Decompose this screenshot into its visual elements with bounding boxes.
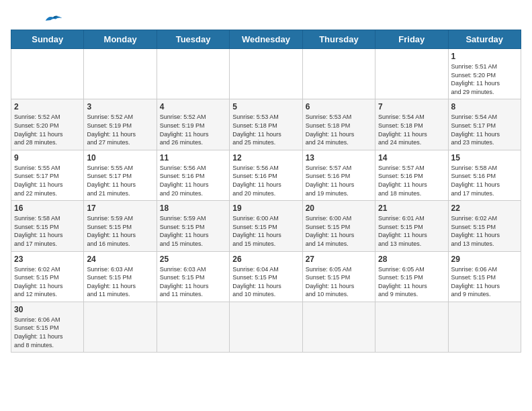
calendar-cell: 2Sunrise: 5:52 AMSunset: 5:20 PMDaylight… <box>11 99 84 150</box>
calendar-cell: 3Sunrise: 5:52 AMSunset: 5:19 PMDaylight… <box>84 99 157 150</box>
calendar-cell: 8Sunrise: 5:54 AMSunset: 5:17 PMDaylight… <box>448 99 521 150</box>
cell-info: Sunrise: 5:57 AMSunset: 5:16 PMDaylight:… <box>378 164 445 197</box>
day-number: 12 <box>232 153 299 163</box>
calendar-cell: 16Sunrise: 5:58 AMSunset: 5:15 PMDayligh… <box>11 201 84 251</box>
calendar-cell: 10Sunrise: 5:55 AMSunset: 5:17 PMDayligh… <box>84 150 157 200</box>
calendar-cell <box>448 302 521 352</box>
cell-info: Sunrise: 6:06 AMSunset: 5:15 PMDaylight:… <box>14 316 81 349</box>
cell-info: Sunrise: 5:58 AMSunset: 5:16 PMDaylight:… <box>451 164 518 197</box>
cell-info: Sunrise: 6:05 AMSunset: 5:15 PMDaylight:… <box>378 265 445 299</box>
calendar-cell: 27Sunrise: 6:05 AMSunset: 5:15 PMDayligh… <box>302 251 375 302</box>
calendar-cell: 12Sunrise: 5:56 AMSunset: 5:16 PMDayligh… <box>230 150 302 200</box>
calendar-cell: 26Sunrise: 6:04 AMSunset: 5:15 PMDayligh… <box>230 251 302 302</box>
cell-info: Sunrise: 5:56 AMSunset: 5:16 PMDaylight:… <box>160 164 226 197</box>
calendar-cell <box>157 49 229 99</box>
calendar-cell: 21Sunrise: 6:01 AMSunset: 5:15 PMDayligh… <box>375 201 448 251</box>
day-number: 22 <box>451 203 518 213</box>
day-number: 29 <box>451 255 518 264</box>
day-number: 30 <box>14 305 81 314</box>
calendar-cell <box>230 49 302 99</box>
cell-info: Sunrise: 6:00 AMSunset: 5:15 PMDaylight:… <box>306 214 372 248</box>
cell-info: Sunrise: 5:52 AMSunset: 5:20 PMDaylight:… <box>14 113 81 146</box>
day-number: 10 <box>87 153 153 163</box>
cell-info: Sunrise: 5:59 AMSunset: 5:15 PMDaylight:… <box>160 214 226 248</box>
day-number: 28 <box>378 255 445 264</box>
calendar-cell <box>84 302 157 352</box>
calendar-cell <box>375 49 448 99</box>
logo-bird-icon <box>43 12 63 24</box>
day-header-saturday: Saturday <box>448 30 521 49</box>
calendar-cell: 1Sunrise: 5:51 AMSunset: 5:20 PMDaylight… <box>448 49 521 99</box>
calendar-cell: 20Sunrise: 6:00 AMSunset: 5:15 PMDayligh… <box>302 201 375 251</box>
calendar-week-row: 23Sunrise: 6:02 AMSunset: 5:15 PMDayligh… <box>11 251 521 302</box>
calendar-cell <box>230 302 302 352</box>
day-number: 21 <box>378 203 445 213</box>
day-header-thursday: Thursday <box>302 30 375 49</box>
calendar-cell <box>375 302 448 352</box>
day-number: 15 <box>451 153 518 163</box>
day-number: 4 <box>160 102 226 111</box>
calendar-cell <box>302 302 375 352</box>
calendar-week-row: 1Sunrise: 5:51 AMSunset: 5:20 PMDaylight… <box>11 49 521 99</box>
day-number: 14 <box>378 153 445 163</box>
cell-info: Sunrise: 5:54 AMSunset: 5:17 PMDaylight:… <box>451 113 518 146</box>
calendar-cell: 22Sunrise: 6:02 AMSunset: 5:15 PMDayligh… <box>448 201 521 251</box>
day-number: 17 <box>87 203 153 213</box>
header <box>11 11 521 24</box>
cell-info: Sunrise: 5:52 AMSunset: 5:19 PMDaylight:… <box>160 113 226 146</box>
day-number: 3 <box>87 102 153 111</box>
calendar-cell: 23Sunrise: 6:02 AMSunset: 5:15 PMDayligh… <box>11 251 84 302</box>
calendar-cell: 15Sunrise: 5:58 AMSunset: 5:16 PMDayligh… <box>448 150 521 200</box>
cell-info: Sunrise: 5:52 AMSunset: 5:19 PMDaylight:… <box>87 113 153 146</box>
calendar-cell <box>84 49 157 99</box>
calendar-cell: 29Sunrise: 6:06 AMSunset: 5:15 PMDayligh… <box>448 251 521 302</box>
cell-info: Sunrise: 6:02 AMSunset: 5:15 PMDaylight:… <box>451 214 518 248</box>
day-number: 9 <box>14 153 81 163</box>
day-number: 2 <box>14 102 81 111</box>
logo <box>11 11 63 24</box>
cell-info: Sunrise: 5:58 AMSunset: 5:15 PMDaylight:… <box>14 214 81 248</box>
cell-info: Sunrise: 5:55 AMSunset: 5:17 PMDaylight:… <box>14 164 81 197</box>
day-header-wednesday: Wednesday <box>230 30 302 49</box>
calendar-cell: 18Sunrise: 5:59 AMSunset: 5:15 PMDayligh… <box>157 201 229 251</box>
calendar-cell: 4Sunrise: 5:52 AMSunset: 5:19 PMDaylight… <box>157 99 229 150</box>
calendar-cell: 5Sunrise: 5:53 AMSunset: 5:18 PMDaylight… <box>230 99 302 150</box>
day-number: 16 <box>14 203 81 213</box>
day-number: 27 <box>306 255 372 264</box>
calendar-cell: 14Sunrise: 5:57 AMSunset: 5:16 PMDayligh… <box>375 150 448 200</box>
cell-info: Sunrise: 5:56 AMSunset: 5:16 PMDaylight:… <box>232 164 299 197</box>
cell-info: Sunrise: 6:02 AMSunset: 5:15 PMDaylight:… <box>14 265 81 299</box>
day-number: 8 <box>451 102 518 111</box>
day-number: 11 <box>160 153 226 163</box>
day-header-sunday: Sunday <box>11 30 84 49</box>
calendar-cell: 17Sunrise: 5:59 AMSunset: 5:15 PMDayligh… <box>84 201 157 251</box>
calendar-cell: 7Sunrise: 5:54 AMSunset: 5:18 PMDaylight… <box>375 99 448 150</box>
calendar-cell: 9Sunrise: 5:55 AMSunset: 5:17 PMDaylight… <box>11 150 84 200</box>
calendar-cell: 6Sunrise: 5:53 AMSunset: 5:18 PMDaylight… <box>302 99 375 150</box>
calendar-cell: 30Sunrise: 6:06 AMSunset: 5:15 PMDayligh… <box>11 302 84 352</box>
cell-info: Sunrise: 6:03 AMSunset: 5:15 PMDaylight:… <box>87 265 153 299</box>
cell-info: Sunrise: 6:00 AMSunset: 5:15 PMDaylight:… <box>232 214 299 248</box>
day-number: 24 <box>87 255 153 264</box>
cell-info: Sunrise: 6:03 AMSunset: 5:15 PMDaylight:… <box>160 265 226 299</box>
day-number: 13 <box>306 153 372 163</box>
day-number: 20 <box>306 203 372 213</box>
calendar-header-row: SundayMondayTuesdayWednesdayThursdayFrid… <box>11 30 521 49</box>
day-number: 26 <box>232 255 299 264</box>
day-number: 5 <box>232 102 299 111</box>
day-number: 19 <box>232 203 299 213</box>
calendar-cell: 25Sunrise: 6:03 AMSunset: 5:15 PMDayligh… <box>157 251 229 302</box>
cell-info: Sunrise: 5:59 AMSunset: 5:15 PMDaylight:… <box>87 214 153 248</box>
cell-info: Sunrise: 6:06 AMSunset: 5:15 PMDaylight:… <box>451 265 518 299</box>
day-header-friday: Friday <box>375 30 448 49</box>
calendar-week-row: 9Sunrise: 5:55 AMSunset: 5:17 PMDaylight… <box>11 150 521 200</box>
calendar-week-row: 2Sunrise: 5:52 AMSunset: 5:20 PMDaylight… <box>11 99 521 150</box>
calendar-cell <box>11 49 84 99</box>
calendar-cell: 19Sunrise: 6:00 AMSunset: 5:15 PMDayligh… <box>230 201 302 251</box>
calendar-cell: 24Sunrise: 6:03 AMSunset: 5:15 PMDayligh… <box>84 251 157 302</box>
day-number: 6 <box>306 102 372 111</box>
calendar-cell: 11Sunrise: 5:56 AMSunset: 5:16 PMDayligh… <box>157 150 229 200</box>
cell-info: Sunrise: 5:51 AMSunset: 5:20 PMDaylight:… <box>451 62 518 96</box>
calendar-cell: 13Sunrise: 5:57 AMSunset: 5:16 PMDayligh… <box>302 150 375 200</box>
cell-info: Sunrise: 5:55 AMSunset: 5:17 PMDaylight:… <box>87 164 153 197</box>
